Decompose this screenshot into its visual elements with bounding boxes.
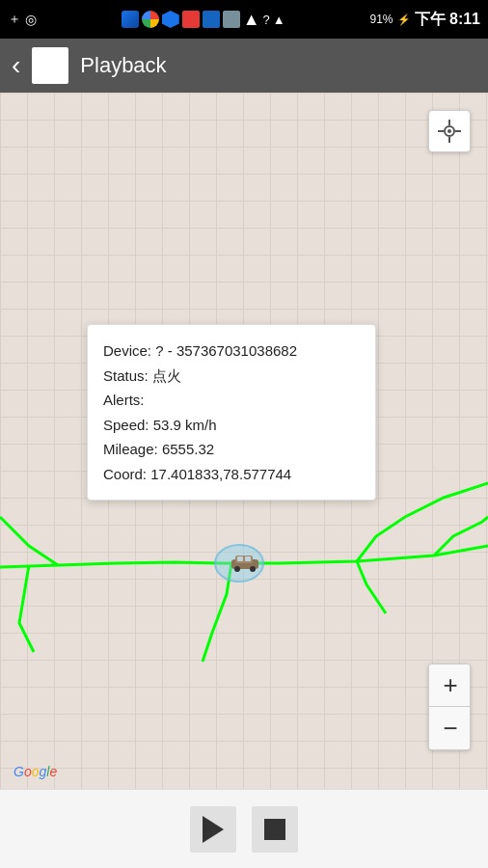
svg-rect-3 — [245, 556, 251, 561]
app-icon-m — [122, 11, 139, 28]
app-icon-news2 — [203, 11, 220, 28]
app-icon-shield — [162, 11, 179, 28]
coord-row: Coord: 17.401833,78.577744 — [103, 462, 360, 487]
status-row: Status: 点火 — [103, 364, 360, 389]
alerts-label: Alerts: — [103, 392, 145, 408]
alerts-row: Alerts: — [103, 388, 360, 413]
status-label: Status: — [103, 367, 149, 384]
bottom-bar — [0, 789, 488, 868]
app-title: Playback — [80, 53, 166, 78]
device-row: Device: ? - 357367031038682 — [103, 339, 360, 364]
mileage-value: 6555.32 — [162, 441, 214, 457]
coord-label: Coord: — [103, 466, 147, 482]
speed-label: Speed: — [103, 417, 149, 433]
battery-percentage: 91% — [370, 13, 393, 26]
location-button[interactable] — [428, 110, 471, 152]
play-button[interactable] — [190, 806, 236, 853]
status-center-icons: ▲ ? ▲ — [122, 10, 285, 30]
zoom-controls: + − — [428, 664, 471, 750]
add-icon: ＋ — [8, 11, 21, 28]
google-o1: o — [24, 764, 32, 779]
svg-point-5 — [250, 566, 256, 572]
map-area[interactable]: Device: ? - 357367031038682 Status: 点火 A… — [0, 93, 488, 789]
zoom-out-button[interactable]: − — [429, 707, 471, 749]
back-button[interactable]: ‹ — [12, 50, 20, 81]
device-value: ? - 357367031038682 — [155, 342, 297, 359]
question-icon: ? — [263, 13, 270, 27]
svg-point-4 — [234, 566, 240, 572]
status-right-info: 91% ⚡ 下午 8:11 — [370, 10, 481, 30]
app-icon-chrome — [142, 11, 159, 28]
status-value: 点火 — [152, 367, 181, 384]
wifi-icon: ▲ — [243, 10, 260, 30]
google-logo: Google — [14, 764, 57, 779]
battery-icon: ⚡ — [397, 14, 411, 26]
zoom-in-button[interactable]: + — [429, 665, 471, 707]
stop-icon — [264, 819, 285, 840]
signal-icon: ▲ — [273, 13, 285, 27]
device-label: Device: — [103, 342, 151, 359]
speed-row: Speed: 53.9 km/h — [103, 413, 360, 438]
app-icon-pen — [223, 11, 240, 28]
google-e: e — [49, 764, 57, 779]
stop-button[interactable] — [252, 806, 298, 853]
mileage-label: Mileage: — [103, 441, 158, 457]
app-icon-news1 — [182, 11, 200, 28]
status-left-icons: ＋ ◎ — [8, 11, 37, 28]
mileage-row: Mileage: 6555.32 — [103, 437, 360, 462]
status-bar: ＋ ◎ ▲ ? ▲ 91% ⚡ 下午 8:11 — [0, 0, 488, 39]
car-icon — [230, 554, 260, 573]
app-bar: ‹ Playback — [0, 39, 488, 93]
app-thumbnail — [32, 47, 68, 84]
google-g: G — [14, 764, 24, 779]
coord-value: 17.401833,78.577744 — [150, 466, 291, 482]
speed-value: 53.9 km/h — [153, 417, 217, 433]
eye-icon: ◎ — [25, 12, 37, 27]
play-icon — [203, 816, 224, 843]
svg-point-11 — [447, 129, 451, 133]
info-popup: Device: ? - 357367031038682 Status: 点火 A… — [87, 324, 376, 501]
clock: 下午 8:11 — [415, 10, 480, 30]
svg-rect-2 — [237, 556, 243, 561]
